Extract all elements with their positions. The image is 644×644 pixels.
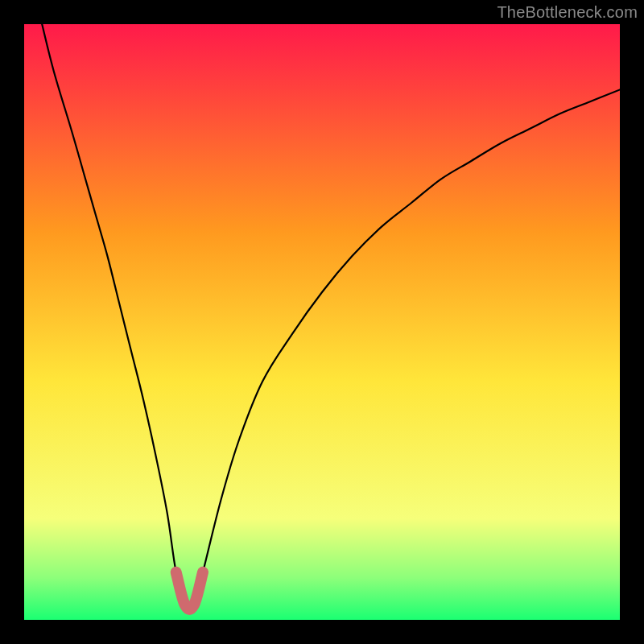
curve-overlay bbox=[24, 24, 620, 620]
chart-stage: TheBottleneck.com bbox=[0, 0, 644, 644]
watermark-text: TheBottleneck.com bbox=[497, 3, 638, 22]
curve-highlight bbox=[176, 572, 203, 609]
bottleneck-curve bbox=[42, 24, 620, 609]
